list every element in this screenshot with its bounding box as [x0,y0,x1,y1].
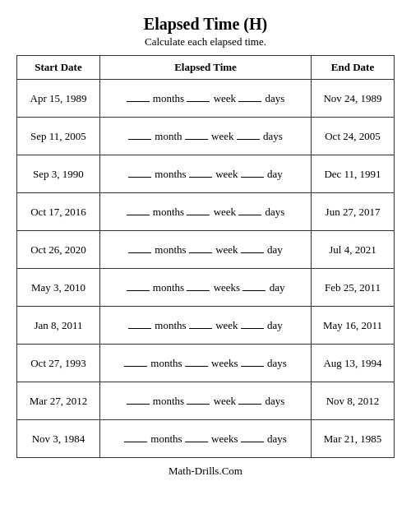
unit-label: day [267,319,283,331]
elapsed-time: months weeks days [99,420,311,458]
start-date: May 3, 2010 [17,269,100,307]
end-date: Nov 24, 1989 [312,80,395,118]
unit-label: month [155,130,182,142]
blank-1 [185,139,208,140]
blank-0 [128,252,151,253]
blank-1 [187,404,210,405]
elapsed-time: months week days [99,382,311,420]
table-row: Apr 15, 1989 months week daysNov 24, 198… [17,80,395,118]
footer-text: Math-Drills.Com [169,465,242,478]
start-date: Apr 15, 1989 [17,80,100,118]
table-row: Sep 11, 2005 month week daysOct 24, 2005 [17,118,395,155]
unit-label: week [214,395,236,407]
blank-2 [242,290,266,291]
blank-0 [128,139,151,140]
elapsed-time: months week day [99,307,311,345]
start-date: Sep 3, 1990 [17,155,100,193]
end-date: Mar 21, 1985 [312,420,395,458]
start-date: Mar 27, 2012 [17,382,100,420]
blank-0 [124,442,147,442]
start-date: Oct 27, 1993 [17,345,100,382]
end-date: Dec 11, 1991 [312,155,395,193]
unit-label: week [211,130,233,142]
unit-label: months [153,92,184,104]
table-row: Nov 3, 1984 months weeks daysMar 21, 198… [17,420,395,458]
unit-label: months [150,357,182,369]
unit-label: days [267,433,287,445]
unit-label: months [153,206,184,218]
unit-label: days [266,206,285,218]
start-date: Oct 26, 2020 [17,231,100,269]
blank-1 [187,215,210,215]
blank-2 [241,328,264,329]
unit-label: months [150,433,182,445]
blank-2 [237,139,260,140]
unit-label: months [155,319,186,331]
unit-label: days [267,357,287,369]
blank-1 [185,366,208,367]
blank-0 [127,101,150,102]
unit-label: week [214,92,236,104]
header-end: End Date [312,56,395,80]
start-date: Nov 3, 1984 [17,420,100,458]
unit-label: days [266,395,285,407]
unit-label: week [215,168,238,180]
blank-1 [189,328,212,329]
start-date: Sep 11, 2005 [17,118,100,155]
unit-label: months [155,168,186,180]
end-date: Aug 13, 1994 [312,345,395,382]
end-date: Feb 25, 2011 [312,269,395,307]
unit-label: day [267,168,283,180]
blank-0 [128,328,151,329]
blank-2 [238,215,261,215]
header-elapsed: Elapsed Time [99,56,311,80]
unit-label: week [215,243,238,256]
elapsed-time: months weeks day [99,269,311,307]
blank-2 [241,252,264,253]
start-date: Oct 17, 2016 [17,193,100,231]
blank-1 [185,442,208,442]
blank-1 [189,252,212,253]
blank-0 [124,366,147,367]
end-date: Jul 4, 2021 [312,231,395,269]
unit-label: months [153,281,184,294]
elapsed-time: months week days [99,193,311,231]
unit-label: days [266,92,285,104]
unit-label: week [214,206,236,218]
unit-label: week [215,319,238,331]
unit-label: days [263,130,283,142]
elapsed-time: months week day [99,155,311,193]
start-date: Jan 8, 2011 [17,307,100,345]
table-row: Sep 3, 1990 months week dayDec 11, 1991 [17,155,395,193]
blank-2 [241,177,264,178]
blank-2 [241,442,264,442]
end-date: Oct 24, 2005 [312,118,395,155]
table-row: Oct 27, 1993 months weeks daysAug 13, 19… [17,345,395,382]
elapsed-time: months week days [99,80,311,118]
elapsed-time: month week days [99,118,311,155]
page-subtitle: Calculate each elapsed time. [145,35,266,49]
blank-0 [127,215,150,215]
page: Elapsed Time (H) Calculate each elapsed … [0,0,411,532]
header-start: Start Date [17,56,100,80]
unit-label: months [155,243,186,256]
unit-label: months [153,395,184,407]
blank-2 [241,366,264,367]
elapsed-time: months weeks days [99,345,311,382]
end-date: Jun 27, 2017 [312,193,395,231]
table-row: Mar 27, 2012 months week daysNov 8, 2012 [17,382,395,420]
table-row: Oct 26, 2020 months week dayJul 4, 2021 [17,231,395,269]
blank-0 [128,177,151,178]
blank-2 [238,404,261,405]
unit-label: day [270,281,285,294]
unit-label: weeks [211,433,238,445]
elapsed-time-table: Start Date Elapsed Time End Date Apr 15,… [16,55,395,458]
unit-label: day [267,243,283,256]
end-date: Nov 8, 2012 [312,382,395,420]
table-row: May 3, 2010 months weeks dayFeb 25, 2011 [17,269,395,307]
unit-label: weeks [214,281,241,294]
unit-label: weeks [211,357,238,369]
blank-1 [189,177,212,178]
blank-1 [187,101,210,102]
elapsed-time: months week day [99,231,311,269]
